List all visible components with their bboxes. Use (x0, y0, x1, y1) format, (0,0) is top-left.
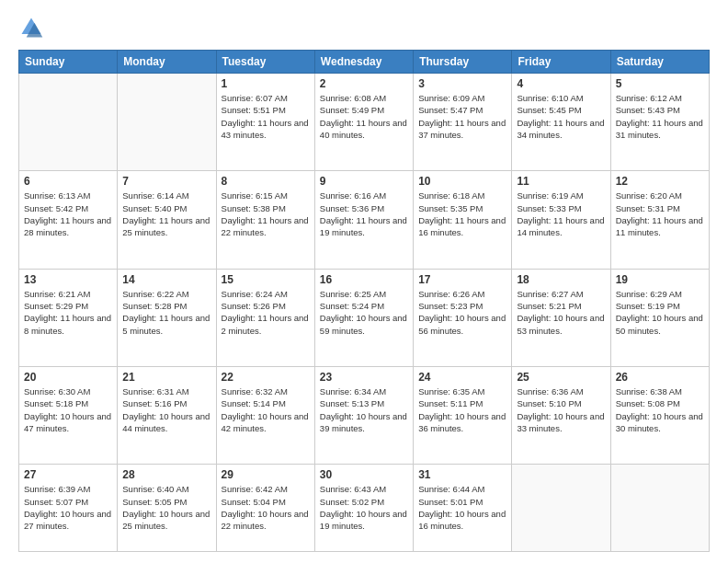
day-cell: 8Sunrise: 6:15 AM Sunset: 5:38 PM Daylig… (216, 171, 314, 269)
day-cell: 15Sunrise: 6:24 AM Sunset: 5:26 PM Dayli… (216, 269, 314, 366)
day-info: Sunrise: 6:39 AM Sunset: 5:07 PM Dayligh… (24, 483, 112, 532)
day-info: Sunrise: 6:20 AM Sunset: 5:31 PM Dayligh… (616, 190, 704, 238)
logo (18, 15, 48, 40)
day-number: 10 (418, 175, 506, 188)
day-cell: 19Sunrise: 6:29 AM Sunset: 5:19 PM Dayli… (610, 269, 709, 366)
day-cell: 21Sunrise: 6:31 AM Sunset: 5:16 PM Dayli… (118, 367, 216, 465)
day-number: 13 (24, 273, 112, 286)
day-number: 7 (122, 175, 210, 188)
day-number: 23 (320, 371, 408, 384)
week-row-2: 6Sunrise: 6:13 AM Sunset: 5:42 PM Daylig… (19, 171, 710, 269)
day-cell: 13Sunrise: 6:21 AM Sunset: 5:29 PM Dayli… (19, 269, 118, 366)
weekday-monday: Monday (118, 51, 216, 74)
day-cell: 28Sunrise: 6:40 AM Sunset: 5:05 PM Dayli… (118, 465, 216, 552)
weekday-friday: Friday (512, 51, 610, 74)
day-cell: 29Sunrise: 6:42 AM Sunset: 5:04 PM Dayli… (216, 465, 314, 552)
day-number: 31 (418, 468, 506, 481)
day-number: 17 (418, 273, 506, 286)
day-number: 9 (320, 175, 408, 188)
day-number: 16 (320, 273, 408, 286)
weekday-header-row: SundayMondayTuesdayWednesdayThursdayFrid… (19, 51, 710, 74)
day-number: 19 (616, 273, 704, 286)
day-number: 25 (517, 371, 605, 384)
day-info: Sunrise: 6:32 AM Sunset: 5:14 PM Dayligh… (222, 385, 310, 434)
weekday-sunday: Sunday (19, 51, 118, 74)
day-number: 30 (320, 468, 408, 481)
day-info: Sunrise: 6:38 AM Sunset: 5:08 PM Dayligh… (616, 385, 704, 434)
page: SundayMondayTuesdayWednesdayThursdayFrid… (0, 0, 728, 563)
day-cell: 7Sunrise: 6:14 AM Sunset: 5:40 PM Daylig… (118, 171, 216, 269)
week-row-1: 1Sunrise: 6:07 AM Sunset: 5:51 PM Daylig… (19, 74, 710, 171)
day-info: Sunrise: 6:10 AM Sunset: 5:45 PM Dayligh… (517, 92, 605, 141)
weekday-wednesday: Wednesday (314, 51, 413, 74)
day-info: Sunrise: 6:34 AM Sunset: 5:13 PM Dayligh… (320, 385, 408, 434)
day-cell: 1Sunrise: 6:07 AM Sunset: 5:51 PM Daylig… (216, 74, 314, 171)
week-row-5: 27Sunrise: 6:39 AM Sunset: 5:07 PM Dayli… (19, 465, 710, 552)
day-info: Sunrise: 6:15 AM Sunset: 5:38 PM Dayligh… (222, 190, 310, 238)
week-row-3: 13Sunrise: 6:21 AM Sunset: 5:29 PM Dayli… (19, 269, 710, 366)
day-number: 27 (24, 468, 112, 481)
day-info: Sunrise: 6:24 AM Sunset: 5:26 PM Dayligh… (222, 288, 310, 337)
day-info: Sunrise: 6:42 AM Sunset: 5:04 PM Dayligh… (222, 483, 310, 532)
day-info: Sunrise: 6:27 AM Sunset: 5:21 PM Dayligh… (517, 288, 605, 337)
week-row-4: 20Sunrise: 6:30 AM Sunset: 5:18 PM Dayli… (19, 367, 710, 465)
day-cell (512, 465, 610, 552)
day-number: 8 (222, 175, 310, 188)
weekday-tuesday: Tuesday (216, 51, 314, 74)
day-cell: 27Sunrise: 6:39 AM Sunset: 5:07 PM Dayli… (19, 465, 118, 552)
day-cell (19, 74, 118, 171)
day-cell (610, 465, 709, 552)
day-number: 5 (616, 77, 704, 90)
day-number: 21 (122, 371, 210, 384)
day-cell: 23Sunrise: 6:34 AM Sunset: 5:13 PM Dayli… (314, 367, 413, 465)
day-info: Sunrise: 6:25 AM Sunset: 5:24 PM Dayligh… (320, 288, 408, 337)
day-number: 20 (24, 371, 112, 384)
day-number: 1 (222, 77, 310, 90)
day-number: 29 (222, 468, 310, 481)
day-number: 22 (222, 371, 310, 384)
day-info: Sunrise: 6:44 AM Sunset: 5:01 PM Dayligh… (418, 483, 506, 532)
day-cell: 24Sunrise: 6:35 AM Sunset: 5:11 PM Dayli… (414, 367, 512, 465)
logo-icon (18, 15, 44, 40)
day-number: 14 (122, 273, 210, 286)
day-info: Sunrise: 6:21 AM Sunset: 5:29 PM Dayligh… (24, 288, 112, 337)
day-cell: 22Sunrise: 6:32 AM Sunset: 5:14 PM Dayli… (216, 367, 314, 465)
day-number: 28 (122, 468, 210, 481)
day-cell: 17Sunrise: 6:26 AM Sunset: 5:23 PM Dayli… (414, 269, 512, 366)
day-cell: 16Sunrise: 6:25 AM Sunset: 5:24 PM Dayli… (314, 269, 413, 366)
day-number: 3 (418, 77, 506, 90)
day-info: Sunrise: 6:14 AM Sunset: 5:40 PM Dayligh… (122, 190, 210, 238)
day-info: Sunrise: 6:07 AM Sunset: 5:51 PM Dayligh… (222, 92, 310, 141)
weekday-saturday: Saturday (610, 51, 709, 74)
day-cell: 9Sunrise: 6:16 AM Sunset: 5:36 PM Daylig… (314, 171, 413, 269)
day-cell: 12Sunrise: 6:20 AM Sunset: 5:31 PM Dayli… (610, 171, 709, 269)
day-info: Sunrise: 6:19 AM Sunset: 5:33 PM Dayligh… (517, 190, 605, 238)
day-info: Sunrise: 6:08 AM Sunset: 5:49 PM Dayligh… (320, 92, 408, 141)
day-info: Sunrise: 6:22 AM Sunset: 5:28 PM Dayligh… (122, 288, 210, 337)
day-number: 2 (320, 77, 408, 90)
day-number: 15 (222, 273, 310, 286)
day-cell: 6Sunrise: 6:13 AM Sunset: 5:42 PM Daylig… (19, 171, 118, 269)
header (18, 15, 710, 40)
day-cell: 31Sunrise: 6:44 AM Sunset: 5:01 PM Dayli… (414, 465, 512, 552)
day-info: Sunrise: 6:29 AM Sunset: 5:19 PM Dayligh… (616, 288, 704, 337)
calendar-table: SundayMondayTuesdayWednesdayThursdayFrid… (18, 50, 710, 552)
day-number: 4 (517, 77, 605, 90)
day-cell: 3Sunrise: 6:09 AM Sunset: 5:47 PM Daylig… (414, 74, 512, 171)
day-cell: 14Sunrise: 6:22 AM Sunset: 5:28 PM Dayli… (118, 269, 216, 366)
day-info: Sunrise: 6:43 AM Sunset: 5:02 PM Dayligh… (320, 483, 408, 532)
day-info: Sunrise: 6:16 AM Sunset: 5:36 PM Dayligh… (320, 190, 408, 238)
day-cell: 18Sunrise: 6:27 AM Sunset: 5:21 PM Dayli… (512, 269, 610, 366)
day-info: Sunrise: 6:09 AM Sunset: 5:47 PM Dayligh… (418, 92, 506, 141)
day-cell: 11Sunrise: 6:19 AM Sunset: 5:33 PM Dayli… (512, 171, 610, 269)
day-info: Sunrise: 6:31 AM Sunset: 5:16 PM Dayligh… (122, 385, 210, 434)
day-cell: 26Sunrise: 6:38 AM Sunset: 5:08 PM Dayli… (610, 367, 709, 465)
day-cell: 4Sunrise: 6:10 AM Sunset: 5:45 PM Daylig… (512, 74, 610, 171)
day-number: 24 (418, 371, 506, 384)
day-cell (118, 74, 216, 171)
day-number: 11 (517, 175, 605, 188)
weekday-thursday: Thursday (414, 51, 512, 74)
day-info: Sunrise: 6:26 AM Sunset: 5:23 PM Dayligh… (418, 288, 506, 337)
day-info: Sunrise: 6:35 AM Sunset: 5:11 PM Dayligh… (418, 385, 506, 434)
day-info: Sunrise: 6:36 AM Sunset: 5:10 PM Dayligh… (517, 385, 605, 434)
